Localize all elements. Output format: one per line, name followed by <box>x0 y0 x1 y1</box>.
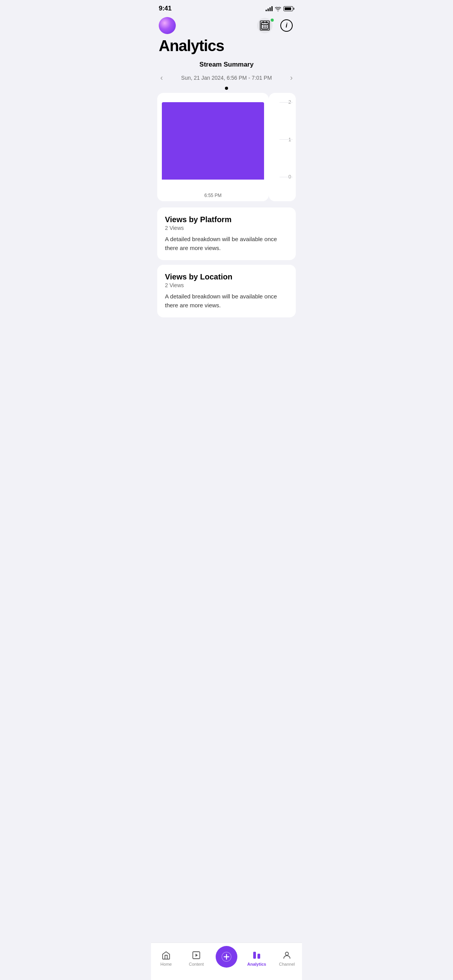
calendar-button[interactable] <box>257 18 273 33</box>
y-label-1: 1 <box>272 137 291 142</box>
views-by-platform-title: Views by Platform <box>165 215 288 224</box>
svg-rect-4 <box>263 27 264 28</box>
charts-container: 6:55 PM 2 1 0 <box>151 93 302 201</box>
svg-rect-0 <box>261 22 268 29</box>
chart-y-axis: 2 1 0 <box>269 93 296 201</box>
views-by-location-count: 2 Views <box>165 282 288 288</box>
signal-icon <box>266 6 273 11</box>
next-stream-button[interactable]: › <box>287 72 296 84</box>
battery-icon <box>283 6 294 11</box>
views-by-platform-count: 2 Views <box>165 225 288 231</box>
svg-rect-5 <box>264 27 266 28</box>
y-label-2: 2 <box>272 99 291 105</box>
stream-date: Sun, 21 Jan 2024, 6:56 PM - 7:01 PM <box>166 75 287 81</box>
main-content: Analytics Stream Summary ‹ Sun, 21 Jan 2… <box>151 36 302 356</box>
y-axis-labels: 2 1 0 <box>272 96 291 189</box>
svg-rect-2 <box>264 26 266 26</box>
svg-rect-6 <box>266 27 267 28</box>
views-by-platform-description: A detailed breakdown will be available o… <box>165 235 288 252</box>
y-label-0: 0 <box>272 174 291 180</box>
chart-card-main: 6:55 PM <box>157 93 269 201</box>
prev-stream-button[interactable]: ‹ <box>157 72 166 84</box>
header-actions: i <box>257 18 294 33</box>
pagination-dot-active <box>225 87 228 90</box>
chart-x-label: 6:55 PM <box>204 193 222 198</box>
analytics-cards: Views by Platform 2 Views A detailed bre… <box>151 201 302 317</box>
status-time: 9:41 <box>159 5 172 12</box>
views-by-location-description: A detailed breakdown will be available o… <box>165 292 288 310</box>
stream-navigation: ‹ Sun, 21 Jan 2024, 6:56 PM - 7:01 PM › <box>151 70 302 85</box>
chart-bar <box>162 102 264 180</box>
stream-summary-header: Stream Summary <box>151 61 302 70</box>
pagination-indicator <box>151 85 302 93</box>
svg-rect-3 <box>266 26 267 26</box>
views-by-location-card: Views by Location 2 Views A detailed bre… <box>157 265 296 317</box>
info-icon: i <box>280 19 293 32</box>
avatar[interactable] <box>159 17 176 34</box>
stream-summary-title: Stream Summary <box>159 61 294 69</box>
page-title: Analytics <box>151 36 302 61</box>
bar-chart <box>160 96 266 189</box>
views-by-platform-card: Views by Platform 2 Views A detailed bre… <box>157 207 296 260</box>
svg-rect-1 <box>263 26 264 26</box>
status-icons <box>266 6 294 11</box>
wifi-icon <box>275 6 281 11</box>
info-button[interactable]: i <box>279 18 294 33</box>
page-header: i <box>151 14 302 36</box>
views-by-location-title: Views by Location <box>165 272 288 281</box>
status-bar: 9:41 <box>151 0 302 14</box>
